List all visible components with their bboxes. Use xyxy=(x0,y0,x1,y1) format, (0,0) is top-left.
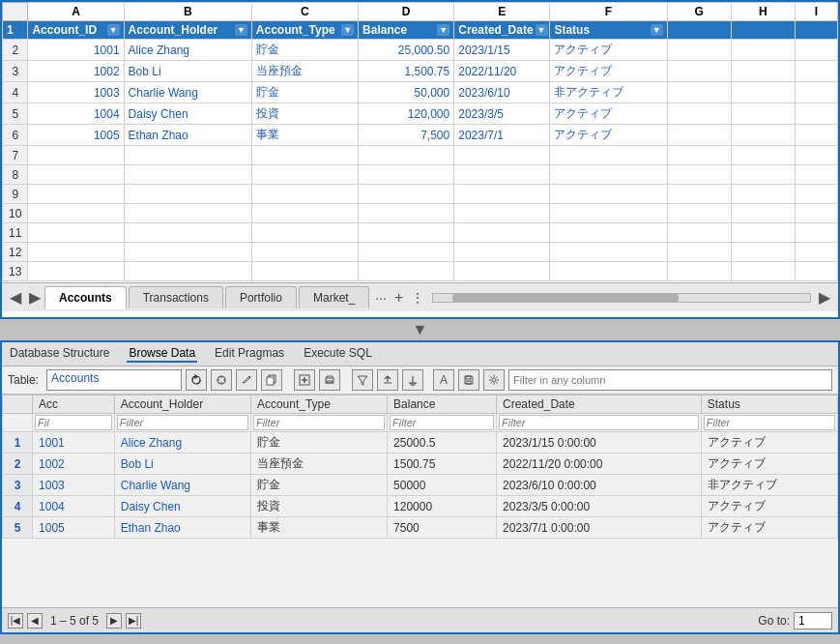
col-label-a[interactable]: A xyxy=(28,3,124,21)
cell-g3[interactable] xyxy=(667,61,731,82)
col-account-id[interactable]: Account_ID ▼ xyxy=(28,21,124,40)
cell-i3[interactable] xyxy=(795,61,837,82)
balance-dropdown-icon[interactable]: ▼ xyxy=(437,24,449,36)
tab-right-nav-icon[interactable]: ▶ xyxy=(815,288,834,307)
filter-date[interactable] xyxy=(499,415,699,430)
tab-prev-icon[interactable]: ◀ xyxy=(6,288,25,307)
cell-a3[interactable]: 1002 xyxy=(28,61,124,82)
column-filter-input[interactable] xyxy=(508,369,832,391)
toolbar-btn-refresh[interactable] xyxy=(186,369,207,391)
cell-h2[interactable] xyxy=(731,40,795,61)
table-select[interactable]: Accounts xyxy=(46,369,182,391)
cell-a4[interactable]: 1003 xyxy=(28,82,124,103)
cell-e4[interactable]: 2023/6/10 xyxy=(454,82,550,103)
cell-c5[interactable]: 投資 xyxy=(251,103,358,125)
status-dropdown-icon[interactable]: ▼ xyxy=(651,24,663,36)
cell-b4[interactable]: Charlie Wang xyxy=(124,82,251,103)
db-data-table-wrapper[interactable]: Acc Account_Holder Account_Type Balance … xyxy=(2,395,838,607)
toolbar-btn-settings[interactable] xyxy=(483,369,505,391)
filter-balance[interactable] xyxy=(390,415,494,430)
goto-input[interactable] xyxy=(794,612,832,629)
db-col-account-holder[interactable]: Account_Holder xyxy=(114,395,250,414)
cell-e6[interactable]: 2023/7/1 xyxy=(454,125,550,146)
col-created-date[interactable]: Created_Date ▼ xyxy=(454,21,550,40)
col-status[interactable]: Status ▼ xyxy=(550,21,667,40)
account-holder-dropdown-icon[interactable]: ▼ xyxy=(235,24,247,36)
cell-c3[interactable]: 当座預金 xyxy=(251,61,358,82)
cell-a2[interactable]: 1001 xyxy=(28,40,124,61)
cell-i6[interactable] xyxy=(795,125,837,146)
db-col-created-date[interactable]: Created_Date xyxy=(497,395,702,414)
toolbar-btn-copy[interactable] xyxy=(261,369,282,391)
cell-e2[interactable]: 2023/1/15 xyxy=(454,40,550,61)
cell-e3[interactable]: 2022/11/20 xyxy=(454,61,550,82)
nav-last-btn[interactable]: ▶| xyxy=(126,613,141,629)
cell-g5[interactable] xyxy=(667,103,731,125)
col-account-type[interactable]: Account_Type ▼ xyxy=(251,21,358,40)
col-label-g[interactable]: G xyxy=(667,3,731,21)
cell-f4[interactable]: 非アクティブ xyxy=(550,82,667,103)
toolbar-btn-new[interactable] xyxy=(294,369,315,391)
cell-d4[interactable]: 50,000 xyxy=(359,82,454,103)
col-label-h[interactable]: H xyxy=(731,3,795,21)
cell-g2[interactable] xyxy=(667,40,731,61)
db-col-status[interactable]: Status xyxy=(701,395,837,414)
filter-holder[interactable] xyxy=(117,415,248,430)
db-col-balance[interactable]: Balance xyxy=(388,395,497,414)
menu-database-structure[interactable]: Database Structure xyxy=(8,345,111,363)
nav-first-btn[interactable]: |◀ xyxy=(8,613,23,629)
col-label-b[interactable]: B xyxy=(124,3,251,21)
toolbar-btn-export[interactable] xyxy=(377,369,398,391)
cell-b5[interactable]: Daisy Chen xyxy=(124,103,251,125)
tab-portfolio[interactable]: Portfolio xyxy=(225,286,297,308)
cell-f6[interactable]: アクティブ xyxy=(550,125,667,146)
cell-h6[interactable] xyxy=(731,125,795,146)
toolbar-btn-reload[interactable] xyxy=(211,369,232,391)
cell-c2[interactable]: 貯金 xyxy=(251,40,358,61)
db-col-account-id[interactable]: Acc xyxy=(33,395,115,414)
cell-b6[interactable]: Ethan Zhao xyxy=(124,125,251,146)
tab-transactions[interactable]: Transactions xyxy=(129,286,223,308)
toolbar-btn-search[interactable]: A xyxy=(433,369,454,391)
nav-prev-btn[interactable]: ◀ xyxy=(27,613,43,629)
cell-i2[interactable] xyxy=(795,40,837,61)
tab-more-icon[interactable]: ··· xyxy=(371,290,391,306)
toolbar-btn-save[interactable] xyxy=(458,369,479,391)
col-account-holder[interactable]: Account_Holder ▼ xyxy=(124,21,251,40)
menu-browse-data[interactable]: Browse Data xyxy=(127,345,197,363)
account-id-dropdown-icon[interactable]: ▼ xyxy=(107,24,120,36)
toolbar-btn-print[interactable] xyxy=(319,369,340,391)
created-date-dropdown-icon[interactable]: ▼ xyxy=(536,24,548,36)
col-label-i[interactable]: I xyxy=(795,3,837,21)
cell-f3[interactable]: アクティブ xyxy=(550,61,667,82)
toolbar-btn-filter[interactable] xyxy=(352,369,373,391)
cell-d5[interactable]: 120,000 xyxy=(359,103,454,125)
cell-c6[interactable]: 事業 xyxy=(251,125,358,146)
tab-add-icon[interactable]: + xyxy=(391,289,407,307)
filter-type[interactable] xyxy=(253,415,385,430)
account-type-dropdown-icon[interactable]: ▼ xyxy=(341,24,354,36)
cell-i4[interactable] xyxy=(795,82,837,103)
col-label-c[interactable]: C xyxy=(251,3,358,21)
cell-a5[interactable]: 1004 xyxy=(28,103,124,125)
tab-accounts[interactable]: Accounts xyxy=(44,286,127,309)
cell-h3[interactable] xyxy=(731,61,795,82)
cell-g4[interactable] xyxy=(667,82,731,103)
tab-next-icon[interactable]: ▶ xyxy=(25,288,44,307)
db-col-account-type[interactable]: Account_Type xyxy=(250,395,387,414)
cell-b3[interactable]: Bob Li xyxy=(124,61,251,82)
filter-id[interactable] xyxy=(35,415,112,430)
cell-i5[interactable] xyxy=(795,103,837,125)
menu-edit-pragmas[interactable]: Edit Pragmas xyxy=(213,345,286,363)
nav-next-btn[interactable]: ▶ xyxy=(106,613,122,629)
filter-status[interactable] xyxy=(704,415,835,430)
cell-a6[interactable]: 1005 xyxy=(28,125,124,146)
tab-market[interactable]: Market_ xyxy=(299,286,369,308)
col-balance[interactable]: Balance ▼ xyxy=(359,21,454,40)
col-label-e[interactable]: E xyxy=(454,3,550,21)
menu-execute-sql[interactable]: Execute SQL xyxy=(302,345,374,363)
cell-b2[interactable]: Alice Zhang xyxy=(124,40,251,61)
col-label-f[interactable]: F xyxy=(550,3,667,21)
cell-h5[interactable] xyxy=(731,103,795,125)
toolbar-btn-edit[interactable] xyxy=(236,369,257,391)
